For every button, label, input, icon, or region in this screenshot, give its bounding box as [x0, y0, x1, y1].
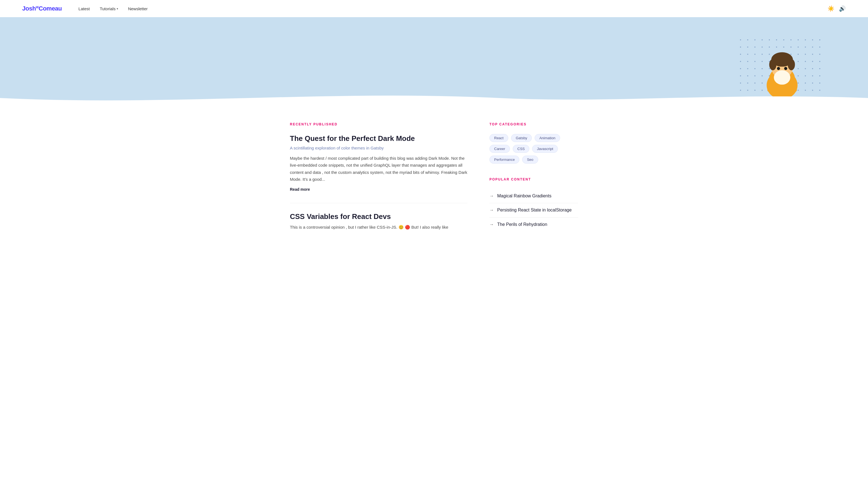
navbar: JoshWComeau Latest Tutorials ▾ Newslette…	[0, 0, 868, 17]
left-column: RECENTLY PUBLISHED The Quest for the Per…	[290, 122, 467, 242]
popular-item[interactable]: → Persisting React State in localStorage	[489, 203, 578, 217]
popular-content-label: POPULAR CONTENT	[489, 177, 578, 181]
article-subtitle: A scintillating exploration of color the…	[290, 146, 467, 150]
popular-items-list: → Magical Rainbow Gradients → Persisting…	[489, 189, 578, 232]
svg-point-5	[787, 59, 795, 70]
recently-published-label: RECENTLY PUBLISHED	[290, 122, 467, 126]
article-item: The Quest for the Perfect Dark Mode A sc…	[290, 134, 467, 192]
popular-item-title: Persisting React State in localStorage	[497, 207, 572, 213]
right-column: TOP CATEGORIES ReactGatsbyAnimationCaree…	[489, 122, 578, 242]
categories-section: TOP CATEGORIES ReactGatsbyAnimationCaree…	[489, 122, 578, 164]
category-tag[interactable]: React	[489, 134, 508, 142]
category-tag[interactable]: CSS	[513, 145, 530, 153]
category-tag[interactable]: Animation	[535, 134, 560, 142]
category-tag[interactable]: Seo	[522, 156, 538, 164]
svg-point-6	[777, 67, 780, 70]
top-categories-label: TOP CATEGORIES	[489, 122, 578, 126]
hero-section: // Generate dots const grid = document.q…	[0, 17, 868, 106]
nav-tutorials[interactable]: Tutorials ▾	[100, 6, 118, 11]
category-tag[interactable]: Performance	[489, 156, 519, 164]
logo[interactable]: JoshWComeau	[22, 5, 62, 12]
svg-point-7	[784, 67, 787, 70]
category-tag[interactable]: Gatsby	[511, 134, 532, 142]
popular-item[interactable]: → The Perils of Rehydration	[489, 217, 578, 232]
tags-row: ReactGatsbyAnimationCareerCSSJavascriptP…	[489, 134, 578, 164]
theme-toggle-button[interactable]: ☀️	[828, 5, 834, 12]
sound-toggle-button[interactable]: 🔊	[839, 5, 846, 12]
popular-item-title: The Perils of Rehydration	[497, 221, 547, 228]
arrow-right-icon: →	[489, 208, 494, 213]
svg-point-4	[769, 59, 777, 70]
category-tag[interactable]: Career	[489, 145, 510, 153]
nav-controls: ☀️ 🔊	[828, 5, 846, 12]
nav-newsletter[interactable]: Newsletter	[128, 6, 148, 11]
article-excerpt: Maybe the hardest / most complicated par…	[290, 155, 467, 183]
article-excerpt: This is a controversial opinion , but I …	[290, 224, 467, 231]
arrow-right-icon: →	[489, 222, 494, 227]
category-tag[interactable]: Javascript	[532, 145, 558, 153]
article-title[interactable]: The Quest for the Perfect Dark Mode	[290, 134, 467, 143]
sound-icon: 🔊	[839, 5, 846, 12]
svg-point-8	[774, 70, 790, 85]
main-content: RECENTLY PUBLISHED The Quest for the Per…	[268, 122, 600, 242]
hero-wave	[0, 90, 868, 106]
chevron-down-icon: ▾	[117, 7, 118, 10]
nav-latest[interactable]: Latest	[79, 6, 90, 11]
article-title[interactable]: CSS Variables for React Devs	[290, 212, 467, 221]
read-more-link[interactable]: Read more	[290, 187, 310, 192]
popular-item-title: Magical Rainbow Gradients	[497, 193, 552, 199]
article-item: CSS Variables for React Devs This is a c…	[290, 212, 467, 231]
arrow-right-icon: →	[489, 194, 494, 199]
sun-icon: ☀️	[828, 5, 834, 12]
nav-tutorials-label: Tutorials	[100, 6, 116, 11]
logo-text: JoshWComeau	[22, 5, 62, 12]
popular-content-section: POPULAR CONTENT → Magical Rainbow Gradie…	[489, 177, 578, 232]
nav-links: Latest Tutorials ▾ Newsletter	[79, 6, 148, 11]
popular-item[interactable]: → Magical Rainbow Gradients	[489, 189, 578, 203]
article-divider	[290, 203, 467, 203]
